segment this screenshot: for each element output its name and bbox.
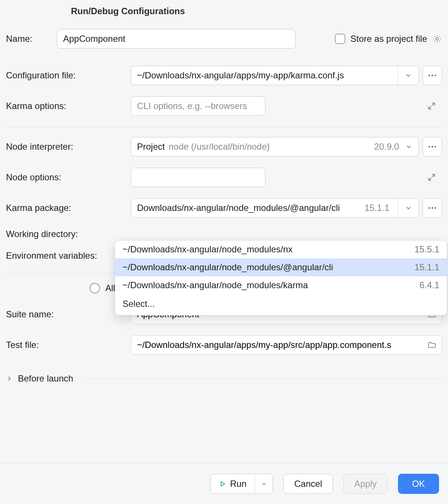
dropdown-item-path: ~/Downloads/nx-angular/node_modules/karm… — [122, 280, 308, 290]
chevron-down-icon[interactable] — [398, 199, 419, 217]
karma-options-input[interactable] — [131, 96, 265, 116]
svg-point-9 — [435, 207, 436, 209]
test-file-input[interactable] — [131, 335, 442, 355]
chevron-down-icon[interactable] — [405, 143, 413, 150]
dropdown-item-version: 15.5.1 — [414, 244, 439, 255]
ok-button-label: OK — [412, 479, 425, 489]
browse-karma-package-button[interactable] — [423, 198, 442, 218]
run-button[interactable]: Run — [210, 474, 273, 494]
env-vars-label: Environment variables: — [6, 251, 125, 261]
ok-button[interactable]: OK — [398, 474, 439, 494]
svg-point-3 — [435, 75, 436, 76]
dropdown-item-version: 15.1.1 — [414, 262, 439, 273]
gear-icon[interactable] — [432, 34, 442, 44]
name-input[interactable] — [57, 29, 296, 49]
dropdown-item[interactable]: ~/Downloads/nx-angular/node_modules/nx 1… — [115, 240, 447, 258]
dialog-title: Run/Debug Configurations — [0, 0, 448, 25]
dropdown-item-version: 6.4.1 — [420, 280, 439, 290]
cancel-button[interactable]: Cancel — [283, 474, 333, 494]
dropdown-item-path: ~/Downloads/nx-angular/node_modules/nx — [122, 244, 293, 255]
dropdown-item[interactable]: ~/Downloads/nx-angular/node_modules/@ang… — [115, 258, 447, 276]
svg-point-5 — [432, 146, 433, 147]
karma-package-label: Karma package: — [6, 203, 125, 213]
chevron-down-icon[interactable] — [398, 66, 419, 85]
test-file-label: Test file: — [6, 340, 125, 350]
play-icon — [219, 480, 226, 488]
svg-point-7 — [429, 207, 430, 209]
dropdown-item-path: ~/Downloads/nx-angular/node_modules/@ang… — [122, 262, 333, 273]
chevron-right-icon[interactable] — [6, 375, 13, 382]
chevron-down-icon — [261, 480, 267, 487]
svg-point-4 — [429, 146, 430, 147]
apply-button-label: Apply — [354, 479, 377, 489]
store-as-project-checkbox[interactable] — [335, 34, 345, 44]
browse-config-file-button[interactable] — [423, 66, 442, 85]
name-label: Name: — [6, 34, 51, 44]
expand-icon[interactable] — [427, 102, 436, 111]
node-options-input[interactable] — [131, 168, 265, 187]
run-button-label: Run — [230, 479, 246, 489]
karma-package-value: Downloads/nx-angular/node_modules/@angul… — [137, 203, 340, 213]
apply-button[interactable]: Apply — [343, 474, 388, 494]
svg-point-8 — [432, 207, 433, 209]
node-interpreter-project: Project — [137, 141, 165, 152]
dropdown-select-label: Select... — [122, 299, 155, 309]
folder-icon[interactable] — [427, 340, 437, 349]
store-as-project-label: Store as project file — [351, 34, 427, 44]
before-launch-label[interactable]: Before launch — [18, 373, 73, 384]
svg-point-2 — [432, 75, 433, 76]
node-interpreter-version: 20.9.0 — [374, 141, 399, 152]
node-options-label: Node options: — [6, 172, 125, 183]
karma-options-label: Karma options: — [6, 101, 125, 111]
run-caret-button[interactable] — [255, 474, 273, 494]
dropdown-select[interactable]: Select... — [115, 294, 447, 315]
suite-name-label: Suite name: — [6, 309, 125, 320]
expand-icon[interactable] — [427, 173, 436, 182]
browse-node-interpreter-button[interactable] — [423, 137, 442, 156]
divider — [82, 379, 442, 379]
working-directory-label: Working directory: — [6, 229, 125, 239]
karma-package-dropdown: ~/Downloads/nx-angular/node_modules/nx 1… — [115, 240, 447, 315]
svg-point-0 — [436, 38, 439, 40]
svg-point-6 — [435, 146, 436, 147]
dialog-footer: Run Cancel Apply OK — [0, 463, 448, 504]
karma-package-version: 15.1.1 — [364, 203, 389, 213]
karma-package-combo[interactable]: Downloads/nx-angular/node_modules/@angul… — [131, 198, 419, 218]
node-interpreter-label: Node interpreter: — [6, 141, 125, 152]
node-interpreter-combo[interactable]: Project node (/usr/local/bin/node) 20.9.… — [131, 137, 419, 156]
config-file-value: ~/Downloads/nx-angular/apps/my-app/karma… — [137, 70, 344, 81]
node-interpreter-hint: node (/usr/local/bin/node) — [169, 141, 270, 152]
config-file-label: Configuration file: — [6, 70, 125, 81]
cancel-button-label: Cancel — [294, 479, 322, 489]
svg-point-1 — [429, 75, 430, 76]
config-file-combo[interactable]: ~/Downloads/nx-angular/apps/my-app/karma… — [131, 66, 419, 85]
dropdown-item[interactable]: ~/Downloads/nx-angular/node_modules/karm… — [115, 276, 447, 294]
